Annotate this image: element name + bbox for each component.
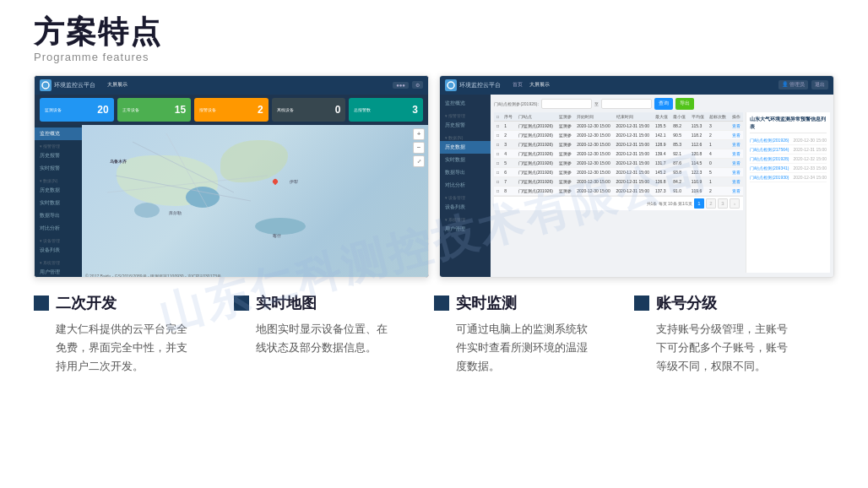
ss-table-cell-3-6: 139.4 bbox=[653, 149, 670, 158]
ss-table-cell-0-2: 门/监测点(201926) bbox=[516, 121, 556, 130]
ss-right-sidebar-item-7: 用户管理 bbox=[440, 223, 491, 236]
ss-date-input-end[interactable] bbox=[601, 99, 652, 109]
ss-right-sidebar-item-0: 监控概览 bbox=[440, 97, 491, 110]
features-row: 二次开发 建大仁科提供的云平台完全免费，界面完全中性，并支持用户二次开发。 实时… bbox=[34, 293, 834, 376]
ss-sidebar-item-8: 用户管理 bbox=[35, 266, 82, 278]
ss-table-cell-6-4: 2020-12-30 15:00 bbox=[574, 176, 613, 186]
ss-left-topbar-btn2: ⚙ bbox=[412, 81, 423, 89]
feature-desc-2: 可通过电脑上的监测系统软件实时查看所测环境的温湿度数据。 bbox=[434, 320, 617, 376]
ss-table-cell-7-8: 119.6 bbox=[689, 186, 707, 195]
ss-table-cell-3-0: □ bbox=[494, 149, 502, 158]
ss-table-cell-1-10[interactable]: 查看 bbox=[730, 130, 743, 139]
ss-table-cell-7-0: □ bbox=[494, 186, 502, 195]
feature-title-2: 实时监测 bbox=[456, 293, 517, 313]
ss-page-btn-3[interactable]: 3 bbox=[718, 198, 728, 209]
map-roads-svg bbox=[82, 125, 428, 278]
ss-table-cell-1-1: 2 bbox=[502, 130, 515, 139]
ss-th-op: 操作 bbox=[730, 112, 743, 122]
ss-filter-label: 门/站点检测参(201926): bbox=[494, 101, 539, 106]
ss-stat-value-2: 2 bbox=[258, 104, 263, 116]
ss-table-cell-2-2: 门/监测点(201926) bbox=[516, 139, 556, 149]
svg-point-5 bbox=[448, 82, 454, 89]
ss-table-cell-5-5: 2020-12-31 15:00 bbox=[614, 167, 653, 176]
map-zoom-in-btn[interactable]: + bbox=[413, 128, 425, 140]
ss-table-cell-6-1: 7 bbox=[502, 176, 515, 186]
ss-table-cell-1-2: 门/监测点(201926) bbox=[516, 130, 556, 139]
ss-table-cell-2-7: 85.3 bbox=[670, 139, 688, 149]
ss-panel-item-3: 门/站点检测(209341)2020-12-33 15:00 bbox=[750, 164, 827, 173]
ss-table-header-row: □ 序号 门/站点 监测参 开始时间 结束时间 最大值 最小值 平均值 bbox=[494, 112, 743, 122]
ss-table-cell-5-9: 5 bbox=[707, 167, 730, 176]
ss-stat-card-3: 离线设备 0 bbox=[272, 98, 346, 122]
ss-table-row: □6门/监测点(201926)监测参2020-12-30 15:002020-1… bbox=[494, 167, 743, 176]
ss-table-cell-0-9: 3 bbox=[707, 121, 730, 130]
ss-table-cell-6-10[interactable]: 查看 bbox=[730, 176, 743, 186]
ss-table-cell-1-0: □ bbox=[494, 130, 502, 139]
feature-desc-1: 地图实时显示设备位置、在线状态及部分数据信息。 bbox=[234, 320, 417, 357]
ss-export-button[interactable]: 导出 bbox=[675, 98, 694, 110]
feature-desc-3: 支持账号分级管理，主账号下可分配多个子账号，账号等级不同，权限不同。 bbox=[634, 320, 817, 376]
feature-header-1: 实时地图 bbox=[234, 293, 417, 313]
ss-table-cell-0-0: □ bbox=[494, 121, 502, 130]
ss-table-cell-0-8: 115.3 bbox=[689, 121, 707, 130]
ss-table-cell-4-4: 2020-12-30 15:00 bbox=[574, 158, 613, 167]
map-zoom-out-btn[interactable]: − bbox=[413, 142, 425, 154]
svg-point-0 bbox=[42, 82, 49, 89]
ss-sidebar-item-2: 实时报警 bbox=[35, 162, 82, 175]
map-city-label-2: 库尔勒 bbox=[169, 210, 182, 215]
ss-table-cell-6-7: 84.2 bbox=[670, 176, 688, 186]
ss-panel-title: 山东大气环境监测异常预警信息列表 bbox=[750, 116, 827, 133]
ss-table-cell-4-8: 114.5 bbox=[689, 158, 707, 167]
feature-title-0: 二次开发 bbox=[56, 293, 117, 313]
ss-table-cell-1-7: 90.5 bbox=[670, 130, 688, 139]
ss-left-main: 监控概览 ▾ 报警管理 历史报警 实时报警 ▾ 数据(N) 历史数据 实时数据 … bbox=[35, 125, 428, 278]
ss-stat-label-3: 离线设备 bbox=[277, 107, 294, 112]
ss-right-topbar: 环境监控云平台 首页 大屏展示 👤 管理员 退出 bbox=[440, 76, 833, 95]
ss-table-cell-5-6: 145.2 bbox=[653, 167, 670, 176]
ss-table-cell-6-5: 2020-12-31 15:00 bbox=[614, 176, 653, 186]
ss-page-btn-2[interactable]: 2 bbox=[706, 198, 716, 209]
ss-stat-value-0: 20 bbox=[97, 104, 108, 116]
ss-stat-card-0: 监测设备 20 bbox=[40, 98, 114, 122]
ss-date-input[interactable] bbox=[541, 99, 592, 109]
ss-table-cell-1-3: 监测参 bbox=[556, 130, 574, 139]
feature-icon-3 bbox=[634, 296, 649, 311]
ss-table-cell-6-9: 1 bbox=[707, 176, 730, 186]
ss-right-panel: 山东大气环境监测异常预警信息列表 门/站点检测(201926)2020-12-3… bbox=[746, 112, 830, 273]
ss-table-cell-3-10[interactable]: 查看 bbox=[730, 149, 743, 158]
ss-table-cell-3-1: 4 bbox=[502, 149, 515, 158]
feature-icon-2 bbox=[434, 296, 449, 311]
ss-table-cell-2-8: 112.6 bbox=[689, 139, 707, 149]
feature-icon-1 bbox=[234, 296, 249, 311]
ss-table-cell-7-10[interactable]: 查看 bbox=[730, 186, 743, 195]
ss-table-cell-3-7: 92.1 bbox=[670, 149, 688, 158]
ss-table-cell-7-5: 2020-12-31 15:00 bbox=[614, 186, 653, 195]
ss-table-cell-0-1: 1 bbox=[502, 121, 515, 130]
ss-table-cell-2-1: 3 bbox=[502, 139, 515, 149]
ss-table-cell-2-10[interactable]: 查看 bbox=[730, 139, 743, 149]
ss-page-btn-next[interactable]: › bbox=[730, 198, 740, 209]
ss-table-cell-4-0: □ bbox=[494, 158, 502, 167]
ss-table-cell-4-10[interactable]: 查看 bbox=[730, 158, 743, 167]
ss-page-btn-1[interactable]: 1 bbox=[694, 198, 704, 209]
ss-stat-card-2: 报警设备 2 bbox=[194, 98, 269, 122]
map-fullscreen-btn[interactable]: ⤢ bbox=[413, 155, 425, 167]
ss-table-cell-5-10[interactable]: 查看 bbox=[730, 167, 743, 176]
ss-table-cell-5-7: 93.8 bbox=[670, 167, 688, 176]
ss-right-body: 监控概览 ▾ 报警管理 历史报警 ▾ 数据(N) 历史数据 实时数据 数据导出 … bbox=[440, 95, 833, 278]
main-title: 方案特点 bbox=[34, 15, 834, 49]
ss-table-cell-2-4: 2020-12-30 15:00 bbox=[574, 139, 613, 149]
map-city-label-1: 乌鲁木齐 bbox=[110, 159, 127, 164]
ss-stat-label-1: 正常设备 bbox=[122, 107, 139, 112]
ss-search-button[interactable]: 查询 bbox=[654, 98, 673, 110]
ss-table-cell-3-9: 4 bbox=[707, 149, 730, 158]
ss-right-topbar-user: 👤 管理员 bbox=[778, 80, 808, 89]
ss-table-cell-1-4: 2020-12-30 15:00 bbox=[574, 130, 613, 139]
ss-table-row: □3门/监测点(201926)监测参2020-12-30 15:002020-1… bbox=[494, 139, 743, 149]
ss-left-topbar-btn1: ●●● bbox=[393, 82, 409, 89]
svg-line-3 bbox=[166, 133, 209, 209]
ss-filter-bar: 门/站点检测参(201926): 至 查询 导出 bbox=[494, 98, 830, 110]
ss-table-cell-5-4: 2020-12-30 15:00 bbox=[574, 167, 613, 176]
ss-table-cell-0-10[interactable]: 查看 bbox=[730, 121, 743, 130]
ss-left-sidebar: 监控概览 ▾ 报警管理 历史报警 实时报警 ▾ 数据(N) 历史数据 实时数据 … bbox=[35, 125, 82, 278]
